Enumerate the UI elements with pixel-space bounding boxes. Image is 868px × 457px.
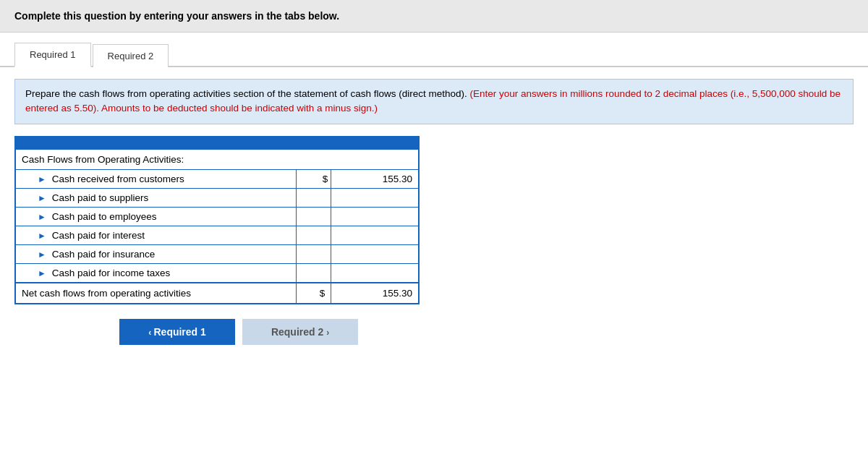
- bottom-buttons: ‹ Required 1 Required 2 ›: [29, 319, 434, 345]
- top-banner: Complete this question by entering your …: [0, 0, 868, 33]
- net-cash-symbol: $: [296, 283, 331, 304]
- row-input-cash-interest[interactable]: [331, 226, 419, 244]
- instructions-box: Prepare the cash flows from operating ac…: [14, 79, 854, 124]
- row-symbol-cash-received: $: [296, 169, 331, 188]
- tab-required2[interactable]: Required 2: [93, 44, 169, 67]
- row-label-cash-taxes: ► Cash paid for income taxes: [15, 263, 296, 283]
- row-symbol-cash-employees: [296, 207, 331, 226]
- row-label-cash-suppliers: ► Cash paid to suppliers: [15, 188, 296, 207]
- input-cash-insurance[interactable]: [334, 249, 415, 260]
- input-cash-employees[interactable]: [334, 211, 415, 222]
- tabs-container: Required 1 Required 2: [0, 33, 868, 67]
- row-label-cash-insurance: ► Cash paid for insurance: [15, 244, 296, 263]
- table-row: ► Cash paid to employees: [15, 207, 419, 226]
- row-label-cash-interest: ► Cash paid for interest: [15, 226, 296, 244]
- table-section-header: Cash Flows from Operating Activities:: [15, 150, 419, 170]
- row-label-cash-employees: ► Cash paid to employees: [15, 207, 296, 226]
- row-input-cash-suppliers[interactable]: [331, 188, 419, 207]
- row-input-cash-insurance[interactable]: [331, 244, 419, 263]
- input-cash-taxes[interactable]: [334, 268, 415, 278]
- arrow-icon: ►: [38, 193, 46, 203]
- btn-required1[interactable]: ‹ Required 1: [119, 319, 235, 345]
- input-cash-interest[interactable]: [334, 230, 415, 241]
- table-row: ► Cash received from customers $ 155.30: [15, 169, 419, 188]
- row-symbol-cash-interest: [296, 226, 331, 244]
- row-value-cash-received: 155.30: [331, 169, 419, 188]
- chevron-right-icon: ›: [326, 328, 329, 338]
- net-cash-row: Net cash flows from operating activities…: [15, 283, 419, 304]
- table-row: ► Cash paid for income taxes: [15, 263, 419, 283]
- table-header-bar: [15, 137, 419, 150]
- row-input-cash-taxes[interactable]: [331, 263, 419, 283]
- row-symbol-cash-insurance: [296, 244, 331, 263]
- row-symbol-cash-suppliers: [296, 188, 331, 207]
- row-input-cash-employees[interactable]: [331, 207, 419, 226]
- arrow-icon: ►: [38, 174, 46, 184]
- arrow-icon: ►: [38, 212, 46, 222]
- net-cash-label: Net cash flows from operating activities: [15, 283, 296, 304]
- table-row: ► Cash paid for insurance: [15, 244, 419, 263]
- arrow-icon: ►: [38, 231, 46, 241]
- row-label-cash-received: ► Cash received from customers: [15, 169, 296, 188]
- btn-required2[interactable]: Required 2 ›: [242, 319, 358, 345]
- main-content: Cash Flows from Operating Activities: ► …: [0, 136, 868, 359]
- table-row: ► Cash paid for interest: [15, 226, 419, 244]
- table-row: ► Cash paid to suppliers: [15, 188, 419, 207]
- net-cash-value: 155.30: [331, 283, 419, 304]
- row-symbol-cash-taxes: [296, 263, 331, 283]
- input-cash-suppliers[interactable]: [334, 192, 415, 203]
- arrow-icon: ►: [38, 249, 46, 260]
- cash-flow-table: Cash Flows from Operating Activities: ► …: [14, 136, 420, 304]
- tab-required1[interactable]: Required 1: [14, 43, 91, 67]
- arrow-icon: ►: [38, 268, 46, 278]
